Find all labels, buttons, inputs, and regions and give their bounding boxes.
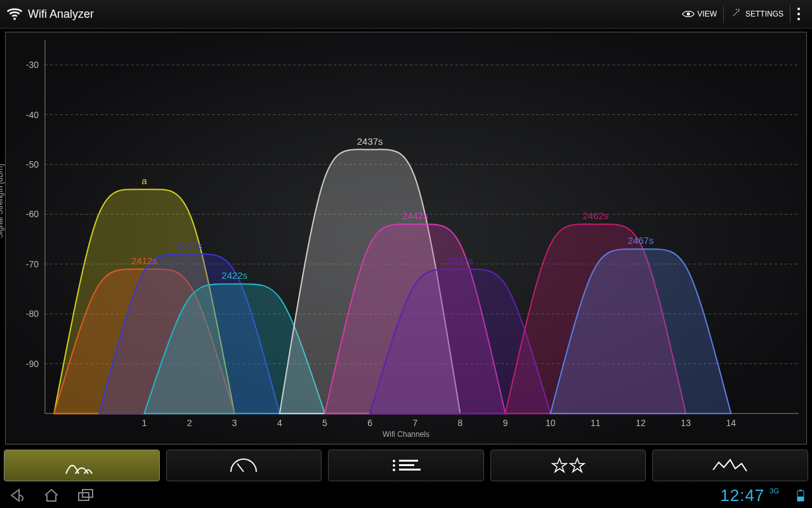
svg-rect-46 bbox=[399, 460, 418, 462]
svg-text:-60: -60 bbox=[26, 209, 39, 219]
svg-text:2422s: 2422s bbox=[221, 270, 247, 281]
svg-text:-90: -90 bbox=[26, 359, 39, 369]
wrench-icon bbox=[730, 9, 743, 19]
wifi-icon bbox=[5, 4, 24, 23]
stars-icon bbox=[551, 457, 586, 474]
svg-point-49 bbox=[393, 469, 395, 471]
svg-text:-40: -40 bbox=[26, 110, 39, 120]
x-axis-label: Wifi Channels bbox=[383, 430, 429, 439]
svg-text:5: 5 bbox=[322, 418, 327, 428]
svg-point-3 bbox=[797, 13, 800, 15]
settings-button[interactable]: SETTINGS bbox=[724, 0, 790, 28]
chart-svg: a2412s2417s2422s2437s2442s2447s2462s2467… bbox=[6, 32, 806, 444]
view-tabs bbox=[4, 450, 808, 481]
overflow-button[interactable] bbox=[790, 0, 807, 28]
svg-text:2442s: 2442s bbox=[402, 210, 428, 221]
svg-text:11: 11 bbox=[591, 418, 601, 428]
svg-point-45 bbox=[393, 460, 395, 462]
svg-point-1 bbox=[687, 13, 690, 16]
eye-icon bbox=[682, 10, 695, 18]
svg-text:-70: -70 bbox=[26, 259, 39, 269]
list-icon bbox=[390, 458, 422, 473]
view-button[interactable]: VIEW bbox=[676, 0, 723, 28]
overflow-icon bbox=[797, 7, 801, 21]
svg-text:2417s: 2417s bbox=[176, 240, 202, 251]
tab-signal-meter[interactable] bbox=[652, 450, 808, 481]
svg-text:a: a bbox=[141, 175, 147, 186]
svg-text:-80: -80 bbox=[26, 309, 39, 319]
svg-text:14: 14 bbox=[726, 418, 737, 428]
svg-point-2 bbox=[797, 8, 800, 10]
network-indicator: 3G bbox=[769, 487, 779, 495]
svg-text:2447s: 2447s bbox=[447, 255, 473, 266]
svg-text:13: 13 bbox=[681, 418, 691, 428]
battery-icon bbox=[797, 489, 804, 502]
svg-text:-30: -30 bbox=[26, 60, 39, 70]
svg-text:-50: -50 bbox=[26, 159, 39, 170]
svg-point-4 bbox=[797, 18, 800, 20]
svg-rect-48 bbox=[399, 464, 414, 466]
svg-text:9: 9 bbox=[503, 418, 508, 428]
tab-channel-rating[interactable] bbox=[328, 450, 484, 481]
svg-text:6: 6 bbox=[367, 418, 372, 428]
svg-line-44 bbox=[237, 464, 244, 472]
signal-chart: Signal Strength [dBm] a2412s2417s2422s24… bbox=[5, 32, 807, 444]
channel-graph-icon bbox=[63, 456, 101, 475]
svg-text:2462s: 2462s bbox=[582, 210, 608, 221]
svg-text:2467s: 2467s bbox=[628, 235, 654, 246]
view-label: VIEW bbox=[697, 10, 717, 18]
svg-rect-54 bbox=[799, 490, 802, 491]
app-title: Wifi Analyzer bbox=[28, 8, 94, 21]
tab-ap-list[interactable] bbox=[490, 450, 646, 481]
svg-text:2412s: 2412s bbox=[131, 255, 157, 266]
app-header: Wifi Analyzer VIEW SETTINGS bbox=[0, 0, 812, 29]
line-graph-icon bbox=[711, 456, 749, 475]
svg-point-0 bbox=[13, 18, 16, 20]
svg-rect-55 bbox=[797, 497, 804, 501]
svg-text:2: 2 bbox=[187, 418, 192, 428]
tab-channel-graph[interactable] bbox=[4, 450, 160, 481]
svg-text:4: 4 bbox=[277, 418, 282, 428]
svg-text:3: 3 bbox=[232, 418, 237, 428]
gauge-icon bbox=[225, 456, 263, 475]
settings-label: SETTINGS bbox=[745, 10, 783, 18]
svg-text:2437s: 2437s bbox=[357, 136, 383, 147]
svg-text:7: 7 bbox=[412, 418, 417, 428]
back-button[interactable] bbox=[8, 488, 25, 502]
svg-text:12: 12 bbox=[636, 418, 646, 428]
tab-time-graph[interactable] bbox=[166, 450, 322, 481]
y-axis-label: Signal Strength [dBm] bbox=[0, 164, 4, 238]
clock: 12:47 bbox=[720, 486, 764, 505]
svg-point-47 bbox=[393, 464, 395, 467]
svg-text:1: 1 bbox=[142, 418, 147, 428]
system-bar: 12:47 3G bbox=[0, 483, 812, 508]
recents-button[interactable] bbox=[77, 489, 95, 502]
svg-text:10: 10 bbox=[546, 418, 556, 428]
svg-rect-50 bbox=[399, 469, 421, 471]
svg-text:8: 8 bbox=[458, 418, 463, 428]
home-button[interactable] bbox=[43, 488, 60, 502]
